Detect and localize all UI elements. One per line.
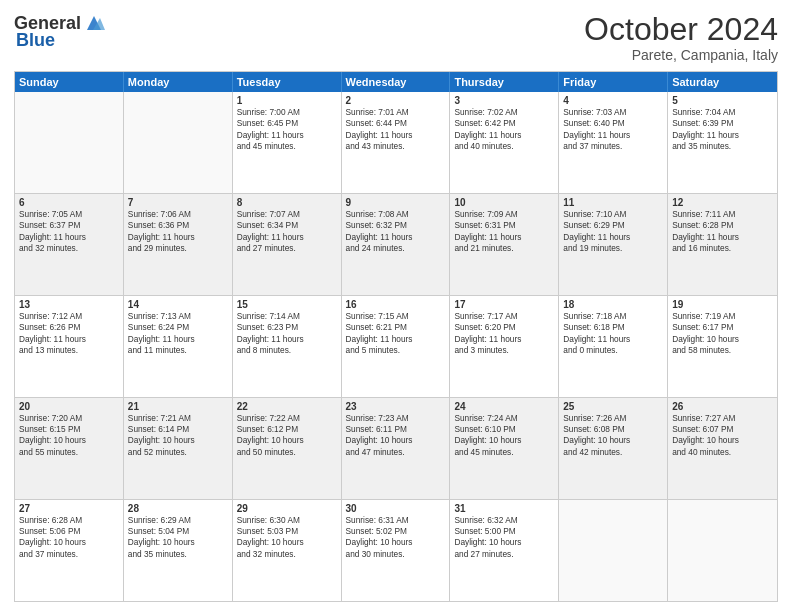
- day-info-line: Daylight: 10 hours: [128, 537, 228, 548]
- day-cell: 24Sunrise: 7:24 AMSunset: 6:10 PMDayligh…: [450, 398, 559, 499]
- day-cell: 1Sunrise: 7:00 AMSunset: 6:45 PMDaylight…: [233, 92, 342, 193]
- day-cell: 28Sunrise: 6:29 AMSunset: 5:04 PMDayligh…: [124, 500, 233, 601]
- day-info-line: Sunrise: 7:03 AM: [563, 107, 663, 118]
- day-info-line: Sunset: 6:44 PM: [346, 118, 446, 129]
- day-cell: 22Sunrise: 7:22 AMSunset: 6:12 PMDayligh…: [233, 398, 342, 499]
- day-cell: 9Sunrise: 7:08 AMSunset: 6:32 PMDaylight…: [342, 194, 451, 295]
- day-info-line: Daylight: 11 hours: [563, 232, 663, 243]
- day-info-line: and 37 minutes.: [19, 549, 119, 560]
- day-info-line: Sunrise: 7:22 AM: [237, 413, 337, 424]
- day-cell: 17Sunrise: 7:17 AMSunset: 6:20 PMDayligh…: [450, 296, 559, 397]
- weekday-header: Thursday: [450, 72, 559, 92]
- day-cell: 31Sunrise: 6:32 AMSunset: 5:00 PMDayligh…: [450, 500, 559, 601]
- day-cell: 16Sunrise: 7:15 AMSunset: 6:21 PMDayligh…: [342, 296, 451, 397]
- day-info-line: Daylight: 10 hours: [237, 435, 337, 446]
- day-info-line: Sunrise: 6:29 AM: [128, 515, 228, 526]
- day-info-line: Sunset: 6:23 PM: [237, 322, 337, 333]
- day-number: 25: [563, 401, 663, 412]
- day-info-line: Sunrise: 7:14 AM: [237, 311, 337, 322]
- day-info-line: Daylight: 11 hours: [563, 130, 663, 141]
- day-cell: 11Sunrise: 7:10 AMSunset: 6:29 PMDayligh…: [559, 194, 668, 295]
- day-info-line: Daylight: 10 hours: [563, 435, 663, 446]
- day-info-line: and 45 minutes.: [454, 447, 554, 458]
- day-cell: 30Sunrise: 6:31 AMSunset: 5:02 PMDayligh…: [342, 500, 451, 601]
- day-info-line: and 27 minutes.: [454, 549, 554, 560]
- day-number: 18: [563, 299, 663, 310]
- day-cell: 23Sunrise: 7:23 AMSunset: 6:11 PMDayligh…: [342, 398, 451, 499]
- day-info-line: and 11 minutes.: [128, 345, 228, 356]
- day-cell: 13Sunrise: 7:12 AMSunset: 6:26 PMDayligh…: [15, 296, 124, 397]
- day-cell: 20Sunrise: 7:20 AMSunset: 6:15 PMDayligh…: [15, 398, 124, 499]
- day-info-line: Sunrise: 7:02 AM: [454, 107, 554, 118]
- day-info-line: Sunrise: 7:23 AM: [346, 413, 446, 424]
- day-info-line: Daylight: 11 hours: [128, 334, 228, 345]
- day-info-line: Sunrise: 7:07 AM: [237, 209, 337, 220]
- logo-icon: [83, 12, 105, 34]
- day-info-line: Sunset: 5:06 PM: [19, 526, 119, 537]
- day-number: 23: [346, 401, 446, 412]
- day-info-line: and 37 minutes.: [563, 141, 663, 152]
- day-info-line: Sunrise: 7:06 AM: [128, 209, 228, 220]
- day-info-line: Sunrise: 7:10 AM: [563, 209, 663, 220]
- day-info-line: Daylight: 10 hours: [454, 537, 554, 548]
- day-info-line: Daylight: 11 hours: [19, 232, 119, 243]
- day-info-line: Sunset: 6:28 PM: [672, 220, 773, 231]
- day-number: 31: [454, 503, 554, 514]
- day-info-line: Sunrise: 7:11 AM: [672, 209, 773, 220]
- day-number: 21: [128, 401, 228, 412]
- day-number: 12: [672, 197, 773, 208]
- day-cell: 26Sunrise: 7:27 AMSunset: 6:07 PMDayligh…: [668, 398, 777, 499]
- calendar-week-row: 1Sunrise: 7:00 AMSunset: 6:45 PMDaylight…: [15, 92, 777, 193]
- day-info-line: Daylight: 11 hours: [19, 334, 119, 345]
- day-cell: 8Sunrise: 7:07 AMSunset: 6:34 PMDaylight…: [233, 194, 342, 295]
- day-info-line: and 29 minutes.: [128, 243, 228, 254]
- day-info-line: and 35 minutes.: [128, 549, 228, 560]
- day-cell: 7Sunrise: 7:06 AMSunset: 6:36 PMDaylight…: [124, 194, 233, 295]
- day-info-line: and 50 minutes.: [237, 447, 337, 458]
- day-info-line: and 43 minutes.: [346, 141, 446, 152]
- day-info-line: Sunrise: 7:09 AM: [454, 209, 554, 220]
- day-number: 3: [454, 95, 554, 106]
- day-number: 13: [19, 299, 119, 310]
- day-info-line: Sunrise: 7:18 AM: [563, 311, 663, 322]
- logo: General Blue: [14, 12, 105, 51]
- day-info-line: Daylight: 11 hours: [128, 232, 228, 243]
- day-info-line: and 5 minutes.: [346, 345, 446, 356]
- day-info-line: Sunset: 6:40 PM: [563, 118, 663, 129]
- day-info-line: Sunrise: 7:01 AM: [346, 107, 446, 118]
- calendar-week-row: 6Sunrise: 7:05 AMSunset: 6:37 PMDaylight…: [15, 193, 777, 295]
- day-number: 6: [19, 197, 119, 208]
- day-cell: 25Sunrise: 7:26 AMSunset: 6:08 PMDayligh…: [559, 398, 668, 499]
- empty-cell: [668, 500, 777, 601]
- day-info-line: Daylight: 11 hours: [346, 334, 446, 345]
- day-info-line: Sunrise: 7:04 AM: [672, 107, 773, 118]
- day-info-line: Daylight: 10 hours: [19, 435, 119, 446]
- day-number: 9: [346, 197, 446, 208]
- calendar-week-row: 27Sunrise: 6:28 AMSunset: 5:06 PMDayligh…: [15, 499, 777, 601]
- day-info-line: Sunset: 6:11 PM: [346, 424, 446, 435]
- day-info-line: and 45 minutes.: [237, 141, 337, 152]
- day-info-line: Sunset: 6:12 PM: [237, 424, 337, 435]
- day-info-line: Sunset: 6:17 PM: [672, 322, 773, 333]
- day-info-line: Sunrise: 7:15 AM: [346, 311, 446, 322]
- weekday-header: Sunday: [15, 72, 124, 92]
- day-info-line: and 13 minutes.: [19, 345, 119, 356]
- day-number: 28: [128, 503, 228, 514]
- day-cell: 19Sunrise: 7:19 AMSunset: 6:17 PMDayligh…: [668, 296, 777, 397]
- day-info-line: Daylight: 11 hours: [346, 232, 446, 243]
- day-info-line: Sunset: 5:00 PM: [454, 526, 554, 537]
- day-number: 7: [128, 197, 228, 208]
- day-info-line: Sunset: 6:29 PM: [563, 220, 663, 231]
- day-number: 14: [128, 299, 228, 310]
- day-info-line: and 42 minutes.: [563, 447, 663, 458]
- day-info-line: Daylight: 11 hours: [672, 232, 773, 243]
- day-info-line: Sunrise: 7:13 AM: [128, 311, 228, 322]
- day-cell: 5Sunrise: 7:04 AMSunset: 6:39 PMDaylight…: [668, 92, 777, 193]
- weekday-header: Monday: [124, 72, 233, 92]
- day-cell: 29Sunrise: 6:30 AMSunset: 5:03 PMDayligh…: [233, 500, 342, 601]
- day-info-line: Daylight: 10 hours: [237, 537, 337, 548]
- calendar: SundayMondayTuesdayWednesdayThursdayFrid…: [14, 71, 778, 602]
- day-info-line: Sunrise: 7:17 AM: [454, 311, 554, 322]
- day-info-line: Sunset: 6:21 PM: [346, 322, 446, 333]
- day-number: 26: [672, 401, 773, 412]
